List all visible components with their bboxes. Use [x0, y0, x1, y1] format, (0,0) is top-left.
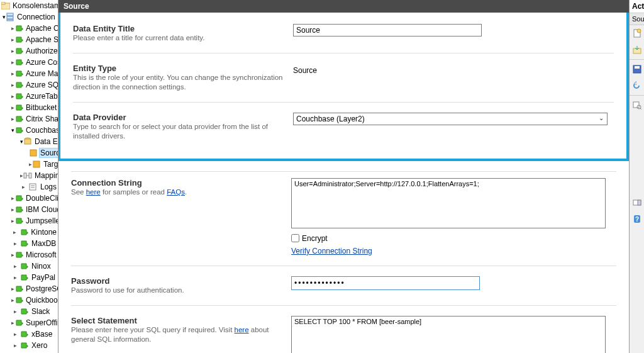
tree-connector[interactable]: ▸xBase [0, 328, 58, 340]
tree-data-entities[interactable]: ▾Data Entities [0, 136, 58, 147]
tree-connector[interactable]: ▸Apache Spark [0, 34, 58, 45]
svg-rect-8 [33, 161, 40, 167]
puzzle-icon [14, 250, 23, 260]
chevron-right-icon[interactable]: ▸ [11, 309, 19, 315]
svg-rect-6 [25, 139, 31, 144]
tree-couchbase[interactable]: ▾Couchbase [0, 125, 58, 136]
tree-connector[interactable]: ▸Citrix ShareFile [0, 113, 58, 125]
svg-rect-20 [633, 102, 639, 108]
tree-connector[interactable]: ▸Ninox [0, 261, 58, 272]
entity-type-value: Source [293, 64, 608, 77]
tree-connector[interactable]: ▸AzureTables [0, 91, 58, 102]
puzzle-icon [19, 238, 29, 249]
tree-connector[interactable]: ▸PostgreSQL [0, 283, 58, 294]
password-input[interactable] [291, 276, 480, 290]
svg-rect-3 [7, 16, 13, 19]
svg-text:?: ? [635, 216, 638, 223]
tree-logs[interactable]: ▸Logs [0, 181, 58, 193]
server-icon [6, 12, 14, 22]
puzzle-icon [14, 103, 23, 113]
chevron-right-icon[interactable]: ▸ [11, 230, 19, 235]
tree-connector[interactable]: ▸MaxDB [0, 238, 58, 249]
undo-icon[interactable] [631, 79, 643, 92]
tree-connection-manager[interactable]: ▾ Connection Manager [0, 11, 58, 23]
tree-connector[interactable]: ▸Azure CosmosDB [0, 57, 58, 68]
puzzle-icon [14, 69, 23, 79]
select-label: Select Statement [71, 316, 291, 325]
log-icon [28, 182, 38, 192]
import-icon[interactable] [631, 43, 643, 56]
preview-icon[interactable] [631, 99, 643, 111]
tree-mappings[interactable]: ▸Mappings [0, 170, 58, 181]
tree-connector[interactable]: ▸Microsoft Active Directory [0, 249, 58, 261]
password-desc: Password to use for authentication. [71, 286, 291, 295]
navigation-tree[interactable]: Konsolenstamm ▾ Connection Manager ▸Apac… [0, 0, 58, 353]
tree-root[interactable]: Konsolenstamm [0, 0, 58, 11]
puzzle-icon [19, 261, 29, 271]
entity-type-label: Entity Type [73, 64, 293, 73]
provider-combobox[interactable] [293, 113, 608, 125]
puzzle-icon [14, 193, 23, 203]
encrypt-label: Encrypt [302, 234, 328, 243]
actions-header: Acti [630, 0, 644, 13]
main-panel: Source Data Entity Title Please enter a … [58, 0, 629, 353]
new-file-icon[interactable] [631, 27, 643, 40]
mapping-icon [23, 171, 32, 181]
tree-source[interactable]: Source [0, 147, 58, 159]
chevron-right-icon[interactable]: ▸ [11, 241, 19, 247]
cube-icon [29, 148, 38, 158]
tree-connector[interactable]: ▸Quickbooks Online [0, 294, 58, 306]
folder-icon [1, 1, 10, 11]
tree-connector[interactable]: ▸Azure Management [0, 68, 58, 79]
svg-rect-10 [29, 173, 31, 178]
svg-line-22 [640, 108, 641, 109]
select-here-link[interactable]: here [235, 326, 249, 333]
chevron-right-icon[interactable]: ▸ [20, 184, 28, 190]
help-icon[interactable]: ? [631, 213, 643, 225]
select-desc: Please enter here your SQL query if requ… [71, 325, 291, 344]
connection-string-textarea[interactable] [291, 178, 606, 228]
svg-rect-1 [1, 2, 5, 4]
tree-connector[interactable]: ▸Azure SQL [0, 79, 58, 91]
tree-connector[interactable]: ▸DoubleClick AD Manager [0, 193, 58, 204]
page-title: Source [58, 0, 629, 13]
chevron-right-icon[interactable]: ▸ [11, 264, 19, 269]
svg-rect-24 [638, 200, 641, 205]
actions-sub: Sou [630, 13, 644, 25]
puzzle-icon [14, 284, 23, 294]
puzzle-icon [14, 80, 23, 90]
tree-connector[interactable]: ▸PayPal [0, 272, 58, 283]
entity-title-label: Data Entity Title [73, 24, 293, 33]
tree-connector[interactable]: ▸Slack [0, 306, 58, 317]
entity-title-desc: Please enter a title for current data en… [73, 33, 293, 43]
password-label: Password [71, 276, 291, 286]
entity-title-input[interactable] [293, 24, 482, 36]
tree-connector[interactable]: ▸Xero [0, 340, 58, 351]
puzzle-icon [14, 125, 23, 135]
conn-here-link[interactable]: here [86, 188, 101, 196]
puzzle-icon [14, 23, 23, 33]
tree-connector[interactable]: ▸Apache Cassandra [0, 23, 58, 34]
svg-rect-12 [30, 184, 36, 190]
tree-connector[interactable]: ▸Kintone [0, 227, 58, 238]
conn-faq-link[interactable]: FAQs [167, 188, 185, 196]
tree-connector[interactable]: ▸AuthorizeNet [0, 45, 58, 57]
verify-connection-link[interactable]: Verify Connection String [291, 247, 372, 255]
tree-connector[interactable]: ▸Jumpseller REST [0, 215, 58, 227]
chevron-right-icon[interactable]: ▸ [11, 343, 19, 349]
puzzle-icon [14, 46, 23, 56]
save-icon[interactable] [631, 63, 643, 76]
chevron-right-icon[interactable]: ▸ [11, 332, 19, 337]
tree-target[interactable]: ▸Target [0, 159, 58, 170]
tree-connector[interactable]: ▸Bitbucket REST [0, 102, 58, 113]
tree-connector[interactable]: ▸SuperOffice JSON [0, 317, 58, 328]
svg-rect-19 [635, 66, 640, 69]
encrypt-checkbox[interactable] [291, 234, 299, 242]
puzzle-icon [19, 329, 29, 339]
tree-connector[interactable]: ▸IBM Cloudant [0, 204, 58, 215]
chevron-right-icon[interactable]: ▸ [11, 275, 19, 281]
select-statement-textarea[interactable] [291, 316, 606, 353]
panel-toggle-icon[interactable] [631, 196, 643, 209]
svg-rect-9 [24, 173, 26, 178]
svg-rect-2 [7, 13, 13, 16]
